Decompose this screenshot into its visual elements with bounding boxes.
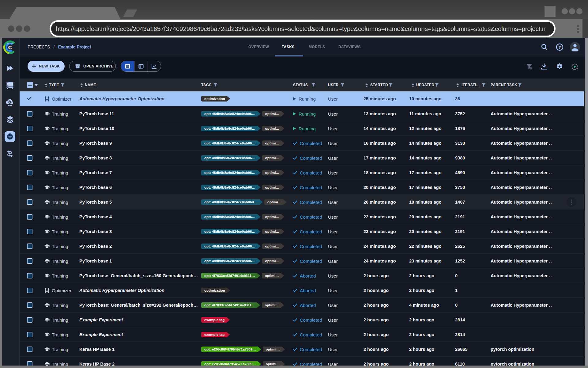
svg-text:c: c: [8, 43, 12, 51]
svg-text:?: ?: [558, 45, 561, 50]
